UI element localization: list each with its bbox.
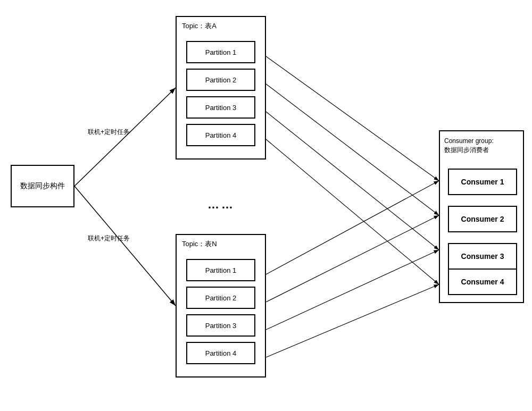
topic-n-label: Topic：表N	[182, 239, 217, 249]
consumer-1: Consumer 1	[448, 169, 517, 195]
svg-line-8	[266, 181, 439, 274]
consumer-group-container: Consumer group: 数据同步消费者 Consumer 1 Consu…	[439, 130, 524, 303]
svg-line-10	[266, 250, 439, 330]
arrow-label-bottom: 联机+定时任务	[88, 234, 130, 243]
topic-a-partition-4: Partition 4	[186, 124, 255, 146]
consumer-3: Consumer 3	[448, 243, 517, 270]
svg-line-6	[266, 112, 439, 250]
topic-n-partition-3: Partition 3	[186, 314, 255, 337]
svg-line-7	[266, 139, 439, 284]
topic-a-container: Topic：表A Partition 1 Partition 2 Partiti…	[176, 16, 266, 160]
topic-n-partition-4: Partition 4	[186, 342, 255, 364]
svg-line-11	[266, 284, 439, 357]
source-component: 数据同步构件	[11, 165, 74, 207]
consumer-4: Consumer 4	[448, 269, 517, 295]
svg-line-4	[266, 56, 439, 181]
topic-n-container: Topic：表N Partition 1 Partition 2 Partiti…	[176, 234, 266, 378]
diagram: 数据同步构件 联机+定时任务 联机+定时任务 Topic：表A Partitio…	[0, 0, 532, 411]
svg-line-3	[74, 186, 176, 306]
topic-a-partition-2: Partition 2	[186, 69, 255, 91]
topic-a-partition-1: Partition 1	[186, 41, 255, 63]
consumer-group-label: Consumer group: 数据同步消费者	[444, 137, 494, 155]
source-label: 数据同步构件	[20, 181, 65, 191]
consumer-2: Consumer 2	[448, 206, 517, 232]
topic-n-partition-1: Partition 1	[186, 259, 255, 281]
topic-a-label: Topic：表A	[182, 21, 217, 31]
svg-line-2	[74, 88, 176, 186]
svg-line-5	[266, 84, 439, 215]
ellipsis: ……	[207, 198, 235, 212]
topic-a-partition-3: Partition 3	[186, 96, 255, 119]
svg-line-9	[266, 215, 439, 302]
topic-n-partition-2: Partition 2	[186, 287, 255, 309]
arrow-label-top: 联机+定时任务	[88, 128, 130, 137]
